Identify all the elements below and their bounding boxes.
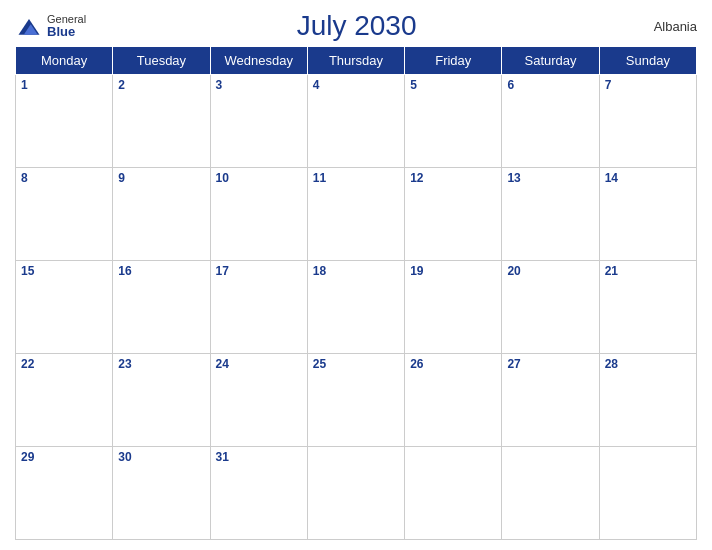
top-bar: General Blue July 2030 Albania — [15, 10, 697, 42]
calendar-week-row: 22232425262728 — [16, 354, 697, 447]
calendar-cell: 23 — [113, 354, 210, 447]
day-number: 26 — [410, 357, 423, 371]
day-number: 3 — [216, 78, 223, 92]
weekday-sunday: Sunday — [599, 47, 696, 75]
day-number: 11 — [313, 171, 326, 185]
country-label: Albania — [627, 19, 697, 34]
calendar-cell: 28 — [599, 354, 696, 447]
calendar-cell: 22 — [16, 354, 113, 447]
calendar-table: Monday Tuesday Wednesday Thursday Friday… — [15, 46, 697, 540]
calendar-cell: 21 — [599, 261, 696, 354]
calendar-cell: 24 — [210, 354, 307, 447]
weekday-header-row: Monday Tuesday Wednesday Thursday Friday… — [16, 47, 697, 75]
calendar-cell: 17 — [210, 261, 307, 354]
weekday-wednesday: Wednesday — [210, 47, 307, 75]
calendar-cell — [599, 447, 696, 540]
calendar-cell: 27 — [502, 354, 599, 447]
weekday-thursday: Thursday — [307, 47, 404, 75]
calendar-cell: 6 — [502, 75, 599, 168]
calendar-week-row: 891011121314 — [16, 168, 697, 261]
calendar-cell — [405, 447, 502, 540]
calendar-cell — [307, 447, 404, 540]
calendar-cell: 1 — [16, 75, 113, 168]
calendar-week-row: 1234567 — [16, 75, 697, 168]
day-number: 23 — [118, 357, 131, 371]
calendar-cell: 31 — [210, 447, 307, 540]
day-number: 18 — [313, 264, 326, 278]
calendar-cell: 10 — [210, 168, 307, 261]
day-number: 19 — [410, 264, 423, 278]
calendar-cell: 29 — [16, 447, 113, 540]
calendar-cell: 18 — [307, 261, 404, 354]
calendar-cell — [502, 447, 599, 540]
weekday-monday: Monday — [16, 47, 113, 75]
day-number: 16 — [118, 264, 131, 278]
calendar-cell: 14 — [599, 168, 696, 261]
calendar-cell: 5 — [405, 75, 502, 168]
weekday-saturday: Saturday — [502, 47, 599, 75]
calendar-cell: 15 — [16, 261, 113, 354]
calendar-cell: 12 — [405, 168, 502, 261]
logo-blue-text: Blue — [47, 25, 86, 38]
calendar-cell: 19 — [405, 261, 502, 354]
day-number: 13 — [507, 171, 520, 185]
day-number: 7 — [605, 78, 612, 92]
day-number: 15 — [21, 264, 34, 278]
calendar-cell: 8 — [16, 168, 113, 261]
day-number: 22 — [21, 357, 34, 371]
logo-text: General Blue — [47, 14, 86, 38]
day-number: 9 — [118, 171, 125, 185]
day-number: 27 — [507, 357, 520, 371]
day-number: 10 — [216, 171, 229, 185]
day-number: 30 — [118, 450, 131, 464]
calendar-cell: 16 — [113, 261, 210, 354]
calendar-cell: 25 — [307, 354, 404, 447]
day-number: 21 — [605, 264, 618, 278]
day-number: 5 — [410, 78, 417, 92]
day-number: 8 — [21, 171, 28, 185]
day-number: 31 — [216, 450, 229, 464]
calendar-cell: 4 — [307, 75, 404, 168]
calendar-cell: 7 — [599, 75, 696, 168]
calendar-week-row: 15161718192021 — [16, 261, 697, 354]
calendar-cell: 26 — [405, 354, 502, 447]
calendar-cell: 20 — [502, 261, 599, 354]
day-number: 2 — [118, 78, 125, 92]
weekday-tuesday: Tuesday — [113, 47, 210, 75]
weekday-friday: Friday — [405, 47, 502, 75]
day-number: 28 — [605, 357, 618, 371]
day-number: 17 — [216, 264, 229, 278]
day-number: 4 — [313, 78, 320, 92]
day-number: 12 — [410, 171, 423, 185]
calendar-cell: 2 — [113, 75, 210, 168]
logo-icon — [15, 12, 43, 40]
calendar-week-row: 293031 — [16, 447, 697, 540]
day-number: 25 — [313, 357, 326, 371]
calendar-cell: 11 — [307, 168, 404, 261]
day-number: 6 — [507, 78, 514, 92]
day-number: 29 — [21, 450, 34, 464]
logo: General Blue — [15, 12, 86, 40]
calendar-cell: 13 — [502, 168, 599, 261]
calendar-cell: 30 — [113, 447, 210, 540]
day-number: 24 — [216, 357, 229, 371]
day-number: 20 — [507, 264, 520, 278]
day-number: 1 — [21, 78, 28, 92]
calendar-cell: 3 — [210, 75, 307, 168]
day-number: 14 — [605, 171, 618, 185]
calendar-cell: 9 — [113, 168, 210, 261]
calendar-title: July 2030 — [86, 10, 627, 42]
